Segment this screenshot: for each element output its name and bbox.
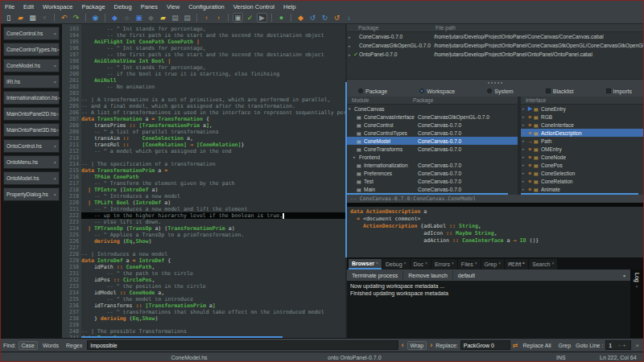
close-file-icon[interactable]: ×: [39, 13, 50, 23]
browser-option-workspace[interactable]: Workspace: [419, 88, 455, 94]
editor-line[interactable]: 225 -- ^ Applies a TransOp to a primTran…: [62, 232, 345, 238]
module-row[interactable]: ▤TestConeCanvas-0.7.0: [347, 177, 518, 185]
forward-icon[interactable]: ›: [213, 13, 224, 23]
replace-all-button[interactable]: Replace All: [520, 342, 553, 349]
editor-line[interactable]: 238 } deriving (Eq,Show): [62, 315, 345, 322]
close-icon[interactable]: ×: [498, 259, 501, 265]
editor-line[interactable]: 211 transRel :: [ConeRelation] → [ConeRe…: [62, 142, 345, 148]
open-file-tab[interactable]: ConeControlTypes.hs×: [3, 43, 60, 56]
history-icon[interactable]: ◆: [295, 13, 306, 23]
menu-edit[interactable]: Edit: [23, 3, 34, 10]
module-row[interactable]: ▤ConeCanvasInterfaceConeCanvasGtkOpenGL-…: [347, 113, 518, 121]
clean-icon[interactable]: ◆: [122, 13, 132, 23]
editor-line[interactable]: 210 transAim :: ConeSelection a,: [62, 135, 345, 142]
menu-view[interactable]: View: [167, 3, 180, 10]
module-row[interactable]: ▾ConeCanvas: [347, 105, 518, 113]
jump-forward-icon[interactable]: ↻: [320, 13, 330, 23]
menu-workspace[interactable]: Workspace: [43, 3, 72, 10]
menu-configuration[interactable]: Configuration: [188, 3, 225, 10]
expander-icon[interactable]: ▸: [347, 35, 353, 39]
editor-line[interactable]: 216 TPAim ConePath: [62, 174, 345, 180]
tab-search[interactable]: Search×: [529, 259, 557, 269]
search-input[interactable]: [87, 340, 398, 350]
save-file-icon[interactable]: ▦: [27, 13, 38, 23]
close-icon[interactable]: ×: [56, 112, 60, 117]
tab-files[interactable]: Files×: [458, 259, 481, 269]
interface-row[interactable]: ▸≡▤ConeNode: [521, 153, 643, 161]
editor-line[interactable]: 220 | TPLift Bool (IntroDef a): [62, 200, 345, 206]
editor-line[interactable]: 218 | TPIntro (IntroDef a): [62, 187, 345, 193]
close-icon[interactable]: ×: [552, 259, 555, 265]
editor-line[interactable]: 196 -- ^ Int stands for percentage,: [62, 45, 345, 51]
goto-line-input[interactable]: [609, 343, 617, 348]
editor-line[interactable]: 222 -- up to the higher hierarchy level …: [62, 212, 345, 219]
interface-row[interactable]: ▸≡▤ConeRelation: [521, 177, 643, 185]
editor-line[interactable]: 197 -- the first path is the start and t…: [62, 51, 345, 58]
close-icon[interactable]: ×: [57, 47, 60, 52]
case-toggle-button[interactable]: Case: [19, 341, 38, 350]
close-icon[interactable]: ×: [376, 259, 378, 265]
editor-line[interactable]: 203: [62, 90, 345, 97]
interface-row[interactable]: ▸≡▤RGB: [521, 113, 643, 121]
expander-icon[interactable]: ▸: [521, 114, 526, 119]
editor-line[interactable]: 205-- and a final model, which gets assi…: [62, 103, 345, 109]
open-file-icon[interactable]: ▰: [15, 13, 26, 23]
expander-icon[interactable]: ▸: [353, 154, 359, 159]
tab-errors[interactable]: Errors×: [431, 259, 457, 269]
editor-line[interactable]: 228-- | Introduces a new model: [62, 251, 345, 257]
editor-line[interactable]: 237 -- ^ transformations that should tak…: [62, 309, 345, 315]
open-file-tab[interactable]: Internationalization.hs×: [3, 91, 60, 105]
undo-icon[interactable]: ↶: [59, 13, 69, 23]
goto-line-stepper[interactable]: − +: [605, 340, 631, 350]
close-find-bar-icon[interactable]: ×: [634, 342, 641, 349]
expander-icon[interactable]: ▸: [521, 179, 526, 183]
words-toggle-button[interactable]: Words: [40, 342, 61, 349]
open-file-tab[interactable]: MainOntoPanel2D.hs×: [3, 107, 60, 121]
install-icon[interactable]: ▤: [170, 13, 180, 23]
expander-icon[interactable]: ▸: [521, 154, 526, 159]
increment-icon[interactable]: +: [623, 343, 626, 348]
new-file-icon[interactable]: ▯: [3, 13, 14, 23]
back-icon[interactable]: ‹: [201, 13, 212, 23]
tab-hlint[interactable]: HLint×: [505, 259, 528, 269]
editor-line[interactable]: 198 AniGlobalView Int Bool |: [62, 58, 345, 64]
log-output[interactable]: Now updating workspace metadata ...Finis…: [347, 281, 630, 338]
editor-line[interactable]: 236 idTransforms :: [TransformationPrim …: [62, 302, 345, 309]
menu-version-control[interactable]: Version Control: [233, 3, 275, 10]
interface-row[interactable]: ▸→▤Path: [521, 137, 643, 145]
open-file-tab[interactable]: PropertyDialog.hs×: [3, 187, 60, 201]
editor-line[interactable]: 239: [62, 322, 345, 328]
close-icon[interactable]: ×: [53, 80, 56, 84]
reload-icon[interactable]: ↺: [332, 13, 342, 23]
editor-line[interactable]: 233 -- ^ the position in the circle: [62, 283, 345, 290]
editor-line[interactable]: 208 transPrims :: [TransformationPrim a]…: [62, 122, 345, 129]
editor-line[interactable]: 193 -- ^ Int stands for percentage,: [62, 26, 345, 32]
close-icon[interactable]: ×: [452, 259, 454, 265]
open-file-tab[interactable]: OntoControl.hs×: [3, 139, 60, 153]
expander-icon[interactable]: ▸: [521, 130, 526, 135]
editor-line[interactable]: 204-- | A transformation is a set of pri…: [62, 97, 345, 103]
interface-row[interactable]: ▸▶▤ConeEntry: [521, 105, 643, 113]
replace-icon[interactable]: ⇄: [513, 342, 518, 349]
expander-icon[interactable]: ▸: [521, 106, 526, 111]
module-list-scrollbar[interactable]: [347, 193, 508, 195]
module-row[interactable]: ▤ConeControlTypesConeCanvas-0.7.0: [347, 129, 518, 137]
grep-button[interactable]: Grep: [556, 342, 574, 349]
editor-line[interactable]: 234 idModel :: ConeNode a,: [62, 290, 345, 296]
editor-line[interactable]: 217 -- ^ Transform the element given by …: [62, 180, 345, 187]
package-row[interactable]: ▸✓OntoPanel-0.7.0/home/jutaro/Develop/Pr…: [347, 50, 643, 59]
editor-line[interactable]: 201 AniNull: [62, 77, 345, 84]
editor-line[interactable]: 214-- | The specification of a transform…: [62, 161, 345, 167]
decrement-icon[interactable]: −: [618, 343, 621, 348]
expander-icon[interactable]: ▸: [521, 122, 526, 127]
search-icon[interactable]: ◉: [90, 13, 101, 23]
close-icon[interactable]: ×: [57, 96, 60, 101]
close-icon[interactable]: ×: [53, 64, 56, 68]
interface-list-scrollbar[interactable]: [521, 193, 638, 195]
browser-option-imports[interactable]: Imports: [606, 88, 632, 94]
editor-line[interactable]: 223 -- else lift it down.: [62, 219, 345, 225]
editor-line[interactable]: 212 -- ^ a model which gets assigned in …: [62, 148, 345, 154]
interface-row[interactable]: ▸≡▤OMEntry: [521, 145, 643, 153]
launch-config-select[interactable]: default ▾: [453, 273, 630, 278]
flags-icon[interactable]: ▰: [158, 13, 168, 23]
